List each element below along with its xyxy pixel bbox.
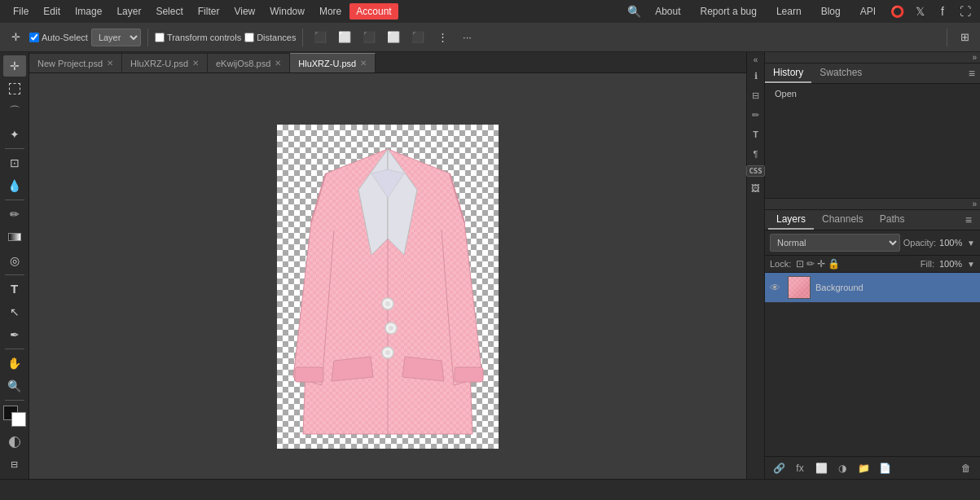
- side-icon-panel: « ℹ ⊟ ✏ T ¶ CSS 🖼: [746, 52, 764, 479]
- brush-tool-btn[interactable]: ✏: [3, 204, 26, 225]
- tab-hluxrz-2[interactable]: HluXRZ-U.psd ✕: [290, 53, 376, 72]
- fill-label: Fill:: [921, 259, 934, 269]
- properties-panel-btn[interactable]: ⊟: [748, 87, 764, 103]
- text-tool-btn[interactable]: T: [3, 279, 26, 300]
- search-icon[interactable]: 🔍: [626, 3, 642, 20]
- quick-mask-btn[interactable]: [3, 432, 26, 453]
- menu-blog[interactable]: Blog: [815, 3, 847, 20]
- transform-controls-checkbox[interactable]: Transform controls: [155, 33, 241, 42]
- swatches-tab[interactable]: Swatches: [811, 64, 870, 83]
- tab-close-3[interactable]: ✕: [275, 59, 281, 68]
- new-layer-btn[interactable]: 📄: [876, 459, 894, 477]
- screen-mode-btn[interactable]: ⊟: [3, 454, 26, 476]
- history-collapse-btn[interactable]: »: [972, 53, 977, 62]
- move-tool-active-icon[interactable]: ✛: [5, 27, 26, 48]
- channels-tab[interactable]: Channels: [814, 210, 872, 230]
- reddit-icon[interactable]: ⭕: [889, 3, 905, 20]
- character-panel-btn[interactable]: T: [748, 126, 764, 143]
- align-top-icon[interactable]: ⬜: [383, 27, 404, 48]
- lock-pixel-icon[interactable]: ⊡: [796, 258, 804, 270]
- status-bar: [0, 479, 980, 500]
- align-center-icon[interactable]: ⬜: [334, 27, 355, 48]
- delete-layer-btn[interactable]: 🗑: [957, 459, 975, 477]
- history-panel-menu[interactable]: ≡: [964, 64, 980, 83]
- auto-select-checkbox[interactable]: Auto-Select: [29, 33, 88, 42]
- brush-panel-btn[interactable]: ✏: [748, 107, 764, 123]
- layers-panel-menu[interactable]: ≡: [960, 210, 977, 230]
- menu-about[interactable]: About: [648, 3, 687, 20]
- layers-collapse-btn[interactable]: »: [972, 200, 977, 208]
- info-panel-btn[interactable]: ℹ: [748, 68, 764, 84]
- paragraph-panel-btn[interactable]: ¶: [748, 146, 764, 162]
- link-layers-btn[interactable]: 🔗: [770, 459, 788, 477]
- menu-view[interactable]: View: [227, 3, 261, 20]
- shape-select-tool-btn[interactable]: ↖: [3, 301, 26, 322]
- marquee-tool-btn[interactable]: [3, 78, 26, 99]
- fullscreen-icon[interactable]: ⛶: [957, 3, 973, 20]
- menu-edit[interactable]: Edit: [37, 3, 67, 20]
- add-style-btn[interactable]: fx: [791, 459, 809, 477]
- layer-select[interactable]: Layer Group: [91, 29, 141, 46]
- menu-api[interactable]: API: [854, 3, 882, 20]
- lock-all-icon[interactable]: 🔒: [828, 258, 840, 270]
- distances-checkbox[interactable]: Distances: [244, 33, 296, 42]
- pen-tool-btn[interactable]: ✒: [3, 324, 26, 345]
- history-item-open[interactable]: Open: [771, 87, 973, 100]
- distribute-icon[interactable]: ⋮: [432, 27, 453, 48]
- magic-wand-btn[interactable]: ✦: [3, 124, 26, 145]
- menu-more[interactable]: More: [313, 3, 348, 20]
- align-left-icon[interactable]: ⬛: [310, 27, 331, 48]
- hand-tool-btn[interactable]: ✋: [3, 353, 26, 374]
- new-adjustment-btn[interactable]: ◑: [833, 459, 851, 477]
- tab-ekwijos[interactable]: eKwijOs8.psd ✕: [208, 53, 290, 72]
- new-group-btn[interactable]: 📁: [855, 459, 872, 477]
- crop-tool-btn[interactable]: ⊡: [3, 152, 26, 173]
- fill-arrow[interactable]: ▼: [967, 260, 975, 269]
- zoom-tool-btn[interactable]: 🔍: [3, 375, 26, 397]
- css-panel-btn[interactable]: CSS: [746, 165, 764, 177]
- color-swatch[interactable]: [3, 406, 26, 427]
- history-tab[interactable]: History: [765, 64, 811, 83]
- menu-file[interactable]: File: [7, 3, 35, 20]
- layers-panel-bottom: 🔗 fx ⬜ ◑ 📁 📄 🗑: [765, 456, 980, 479]
- blend-mode-select[interactable]: Normal Multiply Screen Overlay: [770, 234, 900, 252]
- lasso-tool-btn[interactable]: ⌒: [3, 101, 26, 122]
- paths-tab[interactable]: Paths: [872, 210, 913, 230]
- twitter-icon[interactable]: 𝕏: [912, 3, 928, 20]
- lock-position-icon[interactable]: ✛: [817, 258, 825, 270]
- image-panel-btn[interactable]: 🖼: [748, 180, 764, 196]
- menu-filter[interactable]: Filter: [191, 3, 226, 20]
- menu-account[interactable]: Account: [349, 3, 398, 20]
- menu-report-bug[interactable]: Report a bug: [694, 3, 763, 20]
- tab-new-project[interactable]: New Project.psd ✕: [29, 53, 122, 72]
- layers-tab[interactable]: Layers: [768, 210, 814, 230]
- panel-collapse-arrows[interactable]: «: [754, 55, 758, 64]
- tab-hluxrz-1[interactable]: HluXRZ-U.psd ✕: [122, 53, 208, 72]
- jacket-svg: [277, 125, 499, 449]
- tab-close-1[interactable]: ✕: [107, 59, 113, 68]
- align-right-icon[interactable]: ⬛: [358, 27, 380, 48]
- move-tool-btn[interactable]: ✛: [3, 55, 26, 77]
- gradient-tool-btn[interactable]: [3, 226, 26, 248]
- tab-close-4[interactable]: ✕: [360, 59, 367, 68]
- menu-select[interactable]: Select: [149, 3, 189, 20]
- lock-label: Lock:: [770, 259, 791, 269]
- background-color[interactable]: [11, 412, 26, 427]
- layer-visibility-eye[interactable]: 👁: [770, 282, 783, 294]
- layer-row-background[interactable]: 👁 Background: [765, 273, 980, 303]
- dodge-tool-btn[interactable]: ◎: [3, 250, 26, 271]
- more-icon[interactable]: ···: [456, 27, 477, 48]
- menu-image[interactable]: Image: [68, 3, 108, 20]
- align-middle-icon[interactable]: ⬛: [407, 27, 428, 48]
- tab-close-2[interactable]: ✕: [192, 59, 199, 68]
- facebook-icon[interactable]: f: [934, 3, 951, 20]
- history-panel-tabs: History Swatches ≡: [765, 64, 980, 84]
- lock-paint-icon[interactable]: ✏: [806, 258, 815, 270]
- add-mask-btn[interactable]: ⬜: [812, 459, 830, 477]
- eyedropper-tool-btn[interactable]: 💧: [3, 175, 26, 196]
- grid-icon[interactable]: ⊞: [954, 27, 975, 48]
- menu-learn[interactable]: Learn: [770, 3, 808, 20]
- menu-layer[interactable]: Layer: [110, 3, 147, 20]
- menu-window[interactable]: Window: [263, 3, 311, 20]
- opacity-arrow[interactable]: ▼: [967, 239, 975, 248]
